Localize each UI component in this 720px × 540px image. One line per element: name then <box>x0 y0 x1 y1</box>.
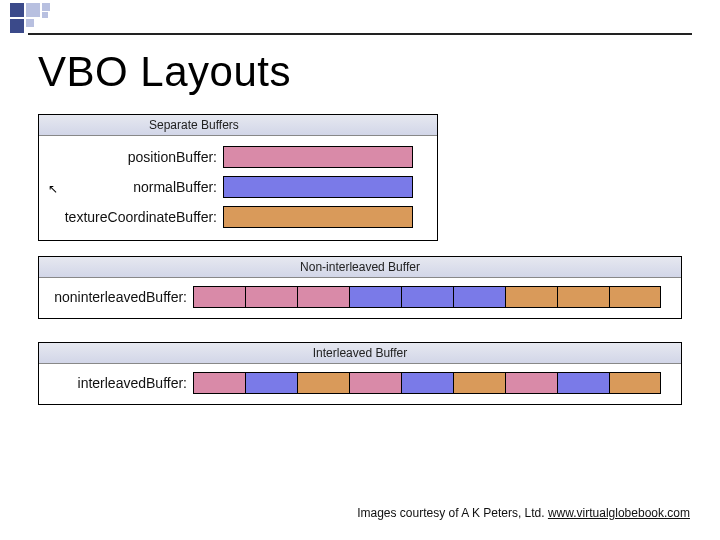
buffer-bar-normal <box>223 176 413 198</box>
segment <box>557 372 609 394</box>
segment <box>505 286 557 308</box>
corner-decoration <box>0 0 720 34</box>
segment <box>297 286 349 308</box>
page-title: VBO Layouts <box>38 48 291 96</box>
segment <box>557 286 609 308</box>
panel-interleaved: Interleaved Buffer interleavedBuffer: <box>38 342 682 405</box>
segment <box>349 286 401 308</box>
credit-prefix: Images courtesy of A K Peters, Ltd. <box>357 506 548 520</box>
segment <box>401 286 453 308</box>
buffer-row: textureCoordinateBuffer: <box>43 202 429 232</box>
segment <box>401 372 453 394</box>
buffer-label: interleavedBuffer: <box>43 375 193 391</box>
buffer-strip-interleaved <box>193 372 661 394</box>
buffer-bar-texcoord <box>223 206 413 228</box>
segment <box>297 372 349 394</box>
buffer-row: interleavedBuffer: <box>39 364 681 404</box>
segment <box>609 372 661 394</box>
buffer-row: noninterleavedBuffer: <box>39 278 681 318</box>
segment <box>453 286 505 308</box>
panel-header-text: Interleaved Buffer <box>313 346 408 360</box>
segment <box>193 372 245 394</box>
buffer-label: normalBuffer: <box>43 179 223 195</box>
segment <box>453 372 505 394</box>
segment <box>349 372 401 394</box>
credit-link[interactable]: www.virtualglobebook.com <box>548 506 690 520</box>
buffer-label: positionBuffer: <box>43 149 223 165</box>
buffer-row: normalBuffer: <box>43 172 429 202</box>
panel-header-text: Non-interleaved Buffer <box>300 260 420 274</box>
panel-separate-buffers: Separate Buffers positionBuffer: normalB… <box>38 114 438 241</box>
image-credit: Images courtesy of A K Peters, Ltd. www.… <box>357 506 690 520</box>
panel-header: Interleaved Buffer <box>39 343 681 364</box>
segment <box>245 372 297 394</box>
buffer-strip-noninterleaved <box>193 286 661 308</box>
panel-header: Non-interleaved Buffer <box>39 257 681 278</box>
buffer-label: textureCoordinateBuffer: <box>43 209 223 225</box>
buffer-label: noninterleavedBuffer: <box>43 289 193 305</box>
buffer-bar-position <box>223 146 413 168</box>
segment <box>609 286 661 308</box>
panel-noninterleaved: Non-interleaved Buffer noninterleavedBuf… <box>38 256 682 319</box>
segment <box>245 286 297 308</box>
buffer-row: positionBuffer: <box>43 142 429 172</box>
panel-header: Separate Buffers <box>39 115 437 136</box>
segment <box>193 286 245 308</box>
panel-header-text: Separate Buffers <box>149 118 239 132</box>
segment <box>505 372 557 394</box>
